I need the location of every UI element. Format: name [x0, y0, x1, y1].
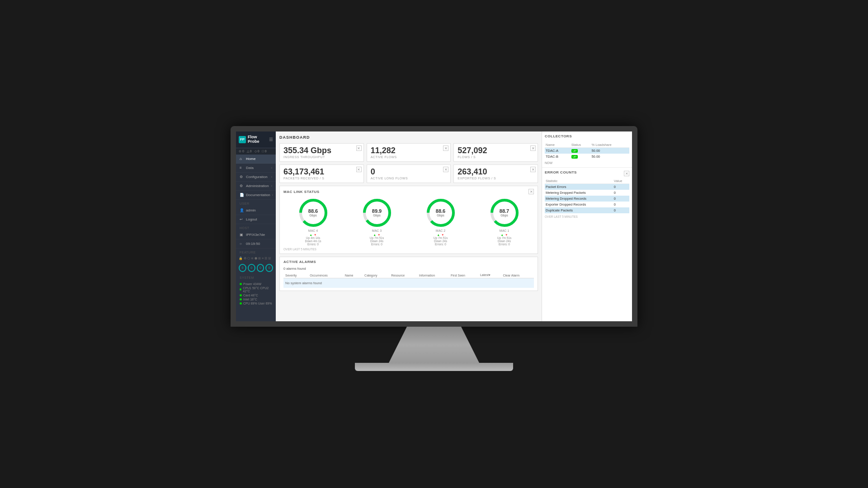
- sidebar-item-logout[interactable]: ↩ Logout: [236, 215, 276, 224]
- alarms-count: 0 alarms found: [283, 267, 534, 271]
- status-badge-0: UP: [571, 149, 578, 153]
- metric-card-close-exported[interactable]: ✕: [530, 167, 536, 172]
- sidebar-item-administration[interactable]: ⚙ Administration ›: [236, 182, 276, 191]
- mac-link-header: MAC LINK STATUS ✕: [283, 189, 534, 194]
- sidebar-item-documentation[interactable]: 📄 Documentation ›: [236, 191, 276, 200]
- metric-card-close-ingress[interactable]: ✕: [356, 145, 362, 151]
- system-section-label: SYSTEM: [236, 274, 276, 280]
- sidebar-item-data[interactable]: ≡ Data ›: [236, 164, 276, 173]
- gauge-container-0: 88.6 Gbps: [297, 197, 329, 229]
- gauge-center-3: 88.7 Gbps: [500, 208, 509, 217]
- collectors-table: Name Status % Loadshare TDAC-A UP 50.00 …: [545, 142, 629, 160]
- feature-circle-3: 0: [257, 264, 264, 272]
- gauge-center-1: 89.9 Gbps: [372, 208, 382, 217]
- gauge-down-detail-1: Down 24s: [370, 239, 383, 243]
- configuration-icon: ⚙: [240, 175, 244, 179]
- logo-icon: FP: [239, 136, 246, 143]
- mac-gauge-mac4: 88.6 Gbps MAC 4 ▲ ▼ Up 4m 14s Down 4m 1s…: [297, 197, 329, 246]
- alarms-col-occurrences: Occurrences: [308, 272, 343, 278]
- host-icon: ▣: [240, 233, 244, 237]
- gauge-errors-2: Errors: 0: [435, 243, 446, 246]
- dashboard-title: DASHBOARD: [279, 135, 538, 140]
- metric-card-close-activeflows[interactable]: ✕: [443, 145, 448, 151]
- metric-card-close-packets[interactable]: ✕: [356, 167, 362, 172]
- documentation-arrow-icon: ›: [272, 193, 273, 197]
- mac-gauge-mac3: 89.9 Gbps MAC 3 ▲ ▼ Up 7m 51s Down 24s E…: [361, 197, 393, 246]
- alarms-col-category: Category: [363, 272, 389, 278]
- metric-card-ingress: ✕ 355.34 Gbps INGRESS THROUGHPUT: [279, 143, 364, 162]
- gauge-up-arrow-0: ▲: [310, 233, 312, 236]
- gauge-status-1: ▲ ▼: [373, 233, 381, 236]
- collectors-col-name: Name: [545, 142, 571, 148]
- metric-label-exported-flows: EXPORTED FLOWS / S: [458, 177, 534, 180]
- gauge-container-2: 88.6 Gbps: [425, 197, 457, 229]
- metric-value-packets: 63,173,461: [283, 168, 360, 176]
- gauge-value-2: 88.6: [436, 208, 445, 214]
- system-info: Power 434W CPU1 50°C CPU2 42°C Card 48°C: [236, 280, 276, 307]
- sidebar-item-configuration[interactable]: ⚙ Configuration ›: [236, 173, 276, 182]
- alarms-no-data-row: No system alarms found: [283, 278, 534, 288]
- user-section-label: USER: [236, 200, 276, 206]
- gauge-status-3: ▲ ▼: [501, 233, 508, 236]
- gauge-value-3: 88.7: [500, 208, 509, 214]
- error-cell-value-1: 0: [613, 190, 629, 196]
- feature-icon-4: ≋: [251, 257, 254, 260]
- mac-gauges-container: 88.6 Gbps MAC 4 ▲ ▼ Up 4m 14s Down 4m 1s…: [283, 197, 534, 246]
- gauge-down-detail-2: Down 24s: [434, 239, 447, 243]
- error-cell-value-4: 0: [613, 207, 629, 213]
- data-arrow-icon: ›: [271, 166, 272, 169]
- card-temp-dot: [240, 294, 242, 296]
- collectors-cell-status-1: UP: [571, 154, 591, 160]
- data-icon: ≡: [240, 166, 244, 170]
- alarms-col-first-seen: First Seen: [449, 272, 478, 278]
- configuration-arrow-icon: ›: [271, 175, 272, 178]
- gauge-down-detail-3: Down 24s: [498, 239, 511, 243]
- status-badge-1: UP: [571, 155, 578, 159]
- error-counts-close-btn[interactable]: ✕: [624, 171, 629, 176]
- gauge-up-detail-2: Up 7m 51s: [434, 236, 448, 239]
- documentation-icon: 📄: [240, 193, 244, 197]
- metrics-row-bottom: ✕ 63,173,461 PACKETS RECEIVED / S ✕ 0 AC…: [279, 164, 538, 183]
- system-cpu-usage: CPU 89% User 69%: [240, 301, 272, 305]
- system-power: Power 434W: [240, 282, 272, 286]
- alarms-col-latest[interactable]: Latest▾: [478, 272, 501, 278]
- error-row-2: Metering Dropped Records 0: [545, 196, 629, 202]
- metric-value-ingress: 355.34 Gbps: [283, 146, 360, 155]
- gauge-up-detail-1: Up 7m 51s: [370, 236, 384, 239]
- collectors-title: COLLECTORS: [545, 134, 572, 138]
- main-content: DASHBOARD ✕ 355.34 Gbps INGRESS THROUGHP…: [276, 131, 542, 321]
- alarms-header: ACTIVE ALARMS: [283, 260, 534, 264]
- sidebar-item-home[interactable]: ⌂ Home: [236, 155, 276, 164]
- mac-link-close-btn[interactable]: ✕: [528, 189, 534, 194]
- gauge-label-0: MAC 4: [308, 229, 318, 232]
- alarms-col-name: Name: [343, 272, 363, 278]
- error-cell-statistic-4: Duplicate Packets: [545, 207, 613, 213]
- gauge-value-1: 89.9: [372, 208, 382, 214]
- monitor-stand: [389, 327, 479, 363]
- metric-label-ingress: INGRESS THROUGHPUT: [283, 155, 360, 159]
- status-item-diamond: ◇ 0: [255, 150, 259, 153]
- error-cell-value-2: 0: [613, 196, 629, 202]
- administration-icon: ⚙: [240, 184, 244, 188]
- hamburger-icon[interactable]: ☰: [269, 137, 273, 142]
- metric-card-close-flows-s[interactable]: ✕: [530, 145, 536, 151]
- gauge-errors-3: Errors: 0: [499, 243, 510, 246]
- feature-icon-6: ⊞: [258, 257, 261, 260]
- metric-card-close-longflows[interactable]: ✕: [443, 167, 448, 172]
- alarms-table-header-row: Severity Occurrences Name Category Resou…: [283, 272, 534, 278]
- sidebar-host-name: ▣ IPFIX3e7de: [236, 230, 276, 239]
- feature-icon-3: ⬡: [247, 257, 250, 260]
- sidebar-item-admin-user[interactable]: 👤 admin: [236, 206, 276, 215]
- error-counts-title: eRroR counts: [545, 170, 577, 174]
- sidebar-logo: FP Flow Probe: [239, 135, 259, 144]
- metric-label-active-flows: ACTIVE FLOWS: [371, 155, 447, 159]
- alarms-section: ACTIVE ALARMS 0 alarms found Severity Oc…: [279, 257, 538, 291]
- gauge-up-detail-3: Up 7m 51s: [497, 236, 511, 239]
- error-col-value: Value: [613, 178, 629, 184]
- feature-icon-8: ☰: [264, 257, 267, 260]
- gauge-container-1: 89.9 Gbps: [361, 197, 393, 229]
- monitor-wrapper: FP Flow Probe ☰ ⊙ 0 △ 0 ◇ 0 □ 0: [231, 126, 637, 371]
- error-cell-statistic-0: Packet Errors: [545, 184, 613, 190]
- gauge-status-0: ▲ ▼: [310, 233, 317, 236]
- mac-link-title: MAC LINK STATUS: [283, 190, 320, 194]
